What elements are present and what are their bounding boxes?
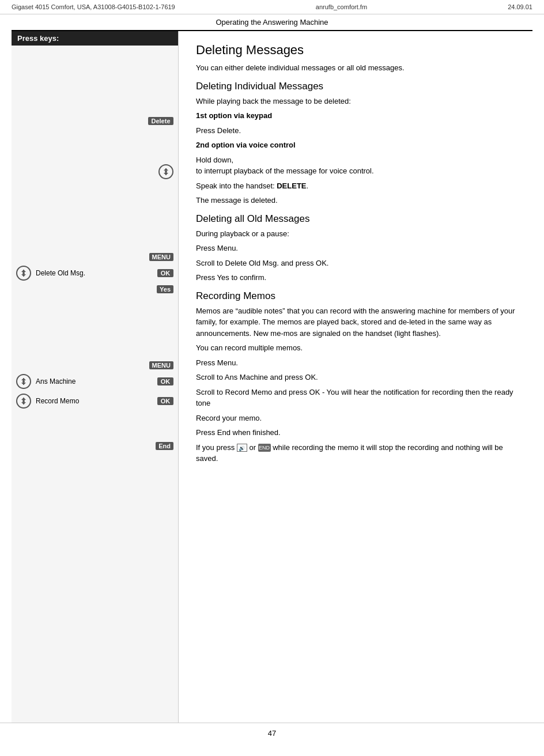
menu-badge-2: MENU xyxy=(149,361,173,369)
header-left: Gigaset 4015 Comfort, USA, A31008-G4015-… xyxy=(12,3,175,10)
nav-icon-record-memo xyxy=(16,394,31,409)
main-layout: Press keys: Delete MENU xyxy=(12,31,532,723)
ok-badge-3: OK xyxy=(157,397,173,405)
section-title: Operating the Answering Machine xyxy=(216,18,328,27)
end-inline-icon: END xyxy=(258,444,271,452)
menu-badge-1: MENU xyxy=(149,253,173,261)
option2-para1b-text: to interrupt playback of the message for… xyxy=(196,167,374,175)
ok-badge-1: OK xyxy=(157,269,173,277)
para-recording-intro: Memos are “audible notes” that you can r… xyxy=(196,305,521,339)
recording-step2: Scroll to Ans Machine and press OK. xyxy=(196,372,521,383)
option2-para2-bold: DELETE xyxy=(277,182,306,190)
ans-machine-label: Ans Machine xyxy=(36,377,153,385)
all-old-step3: Press Yes to confirm. xyxy=(196,272,521,284)
recording-step1: Press Menu. xyxy=(196,357,521,369)
header-right: 24.09.01 xyxy=(508,3,532,10)
nav-icon-1 xyxy=(158,164,173,179)
yes-key-row: Yes xyxy=(12,283,178,296)
option2-para3: The message is deleted. xyxy=(196,195,521,206)
svg-marker-13 xyxy=(21,383,26,385)
svg-marker-8 xyxy=(21,274,26,277)
recording-step6: If you press 🔊 or END while recording th… xyxy=(196,442,521,464)
recording-step6-pre: If you press xyxy=(196,443,237,452)
para-all-old-intro: During playback or a pause: xyxy=(196,228,521,240)
speaker-icon: 🔊 xyxy=(237,444,247,452)
delete-old-msg-row: Delete Old Msg. OK xyxy=(12,263,178,283)
press-keys-label: Press keys: xyxy=(17,34,59,43)
option2-heading-text: 2nd option via voice control xyxy=(196,141,296,149)
option1-heading: 1st option via keypad xyxy=(196,110,521,122)
record-memo-label: Record Memo xyxy=(36,397,153,405)
end-badge: End xyxy=(156,442,173,450)
menu-key-row-1: MENU xyxy=(12,251,178,263)
nav-icon-row-1 xyxy=(12,162,178,182)
menu-key-row-2: MENU xyxy=(12,359,178,372)
right-panel: Deleting Messages You can either delete … xyxy=(179,31,532,723)
recording-step4: Record your memo. xyxy=(196,413,521,424)
recording-step5: Press End when finished. xyxy=(196,427,521,439)
heading-recording-memos: Recording Memos xyxy=(196,290,521,302)
para-individual-intro: While playing back the message to be del… xyxy=(196,96,521,107)
svg-point-14 xyxy=(22,380,25,383)
para-deleting-intro: You can either delete individual message… xyxy=(196,62,521,74)
option2-para2: Speak into the handset: DELETE. xyxy=(196,180,521,192)
ans-machine-row: Ans Machine OK xyxy=(12,372,178,391)
svg-marker-17 xyxy=(21,398,26,400)
delete-badge: Delete xyxy=(148,117,173,125)
heading-deleting-messages: Deleting Messages xyxy=(196,43,521,58)
recording-step6-mid: or xyxy=(249,443,258,452)
all-old-step1: Press Menu. xyxy=(196,243,521,254)
ok-badge-2: OK xyxy=(157,377,173,385)
svg-marker-7 xyxy=(21,270,26,272)
option2-para1-text: Hold down, xyxy=(196,156,233,164)
left-panel: Press keys: Delete MENU xyxy=(12,31,179,723)
svg-point-9 xyxy=(22,272,25,274)
section-title-bar: Operating the Answering Machine xyxy=(12,14,532,31)
heading-individual-messages: Deleting Individual Messages xyxy=(196,81,521,92)
para-recording-multiple: You can record multiple memos. xyxy=(196,342,521,354)
option2-para2-post: . xyxy=(307,182,309,190)
all-old-step2: Scroll to Delete Old Msg. and press OK. xyxy=(196,258,521,269)
svg-marker-2 xyxy=(164,168,168,171)
svg-marker-12 xyxy=(21,378,26,380)
delete-old-msg-label: Delete Old Msg. xyxy=(36,269,153,277)
svg-marker-18 xyxy=(21,402,26,405)
recording-step3: Scroll to Record Memo and press OK - You… xyxy=(196,387,521,409)
press-keys-header: Press keys: xyxy=(12,31,178,46)
svg-point-19 xyxy=(22,400,25,402)
option2-para2-pre: Speak into the handset: xyxy=(196,182,277,190)
delete-key-row: Delete xyxy=(12,115,178,127)
option2-heading: 2nd option via voice control xyxy=(196,139,521,151)
header-center: anrufb_comfort.fm xyxy=(316,3,367,10)
page-header: Gigaset 4015 Comfort, USA, A31008-G4015-… xyxy=(0,0,544,14)
end-key-row: End xyxy=(12,440,178,452)
option2-para1: Hold down, to interrupt playback of the … xyxy=(196,154,521,177)
page-footer: 47 xyxy=(0,723,544,743)
nav-icon-delete-old xyxy=(16,266,31,281)
option1-text: Press Delete. xyxy=(196,125,521,137)
svg-marker-3 xyxy=(164,173,168,175)
svg-point-4 xyxy=(165,171,167,173)
nav-icon-ans-machine xyxy=(16,374,31,389)
record-memo-row: Record Memo OK xyxy=(12,391,178,411)
yes-badge: Yes xyxy=(157,285,173,293)
heading-all-old: Deleting all Old Messages xyxy=(196,213,521,225)
option1-heading-text: 1st option via keypad xyxy=(196,111,272,120)
page-number: 47 xyxy=(268,729,276,738)
